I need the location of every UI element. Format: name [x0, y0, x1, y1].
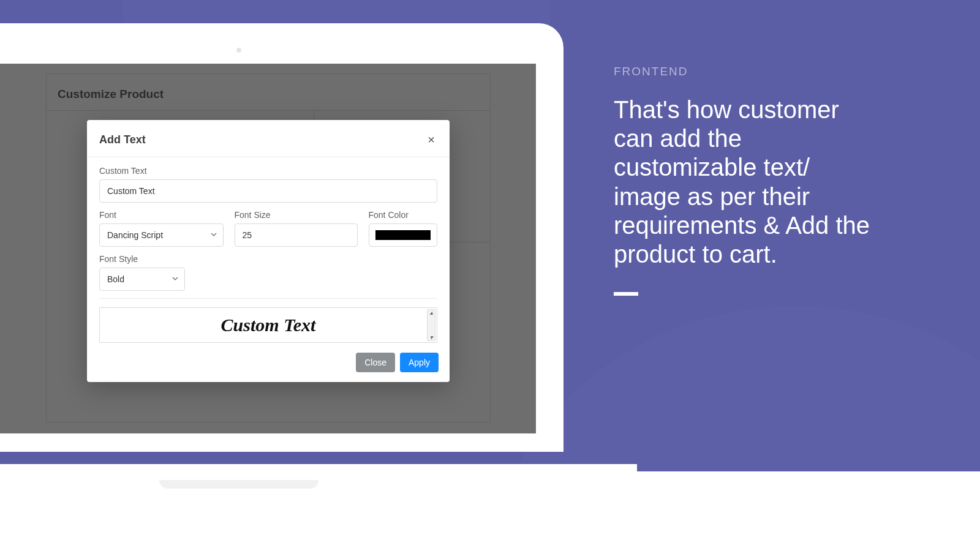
add-text-modal: Add Text × Custom Text Font	[87, 120, 450, 382]
modal-header: Add Text ×	[87, 120, 450, 157]
apply-button[interactable]: Apply	[400, 353, 439, 372]
close-button[interactable]: Close	[356, 353, 395, 372]
app-screen: Customize Product Add Text × Custom Text	[0, 64, 536, 433]
preview-scrollbar[interactable]: ▴ ▾	[427, 309, 435, 341]
font-style-select[interactable]	[99, 268, 185, 291]
chevron-down-icon: ▾	[430, 334, 433, 340]
color-swatch-inner	[375, 230, 431, 240]
page-header: Customize Product	[47, 80, 490, 111]
modal-title: Add Text	[99, 133, 146, 146]
chevron-up-icon: ▴	[430, 310, 433, 316]
modal-footer: Close Apply	[87, 345, 450, 382]
divider	[99, 298, 437, 299]
custom-text-group: Custom Text	[99, 166, 437, 203]
font-style-group: Font Style	[99, 254, 185, 291]
laptop-base	[0, 464, 637, 489]
font-label: Font	[99, 210, 224, 220]
font-group: Font	[99, 210, 224, 247]
close-icon[interactable]: ×	[425, 131, 437, 148]
marketing-copy: FRONTEND That's how customer can add the…	[614, 65, 871, 296]
custom-text-label: Custom Text	[99, 166, 437, 176]
laptop-camera	[236, 48, 241, 53]
laptop-notch	[159, 480, 318, 489]
font-select[interactable]	[99, 223, 224, 247]
font-color-label: Font Color	[369, 210, 438, 220]
laptop-mock: Customize Product Add Text × Custom Text	[0, 23, 564, 464]
font-size-label: Font Size	[235, 210, 358, 220]
font-color-input[interactable]	[369, 223, 438, 247]
modal-body: Custom Text Font	[87, 157, 450, 345]
custom-text-input[interactable]	[99, 179, 437, 203]
font-color-group: Font Color	[369, 210, 438, 247]
headline: That's how customer can add the customiz…	[614, 96, 871, 269]
eyebrow: FRONTEND	[614, 65, 871, 78]
page-title: Customize Product	[58, 88, 479, 101]
font-size-input[interactable]	[235, 223, 358, 247]
accent-rule	[614, 292, 638, 296]
text-preview-content: Custom Text	[221, 315, 316, 335]
text-preview: Custom Text ▴ ▾	[99, 307, 437, 343]
font-size-group: Font Size	[235, 210, 358, 247]
font-style-label: Font Style	[99, 254, 185, 264]
